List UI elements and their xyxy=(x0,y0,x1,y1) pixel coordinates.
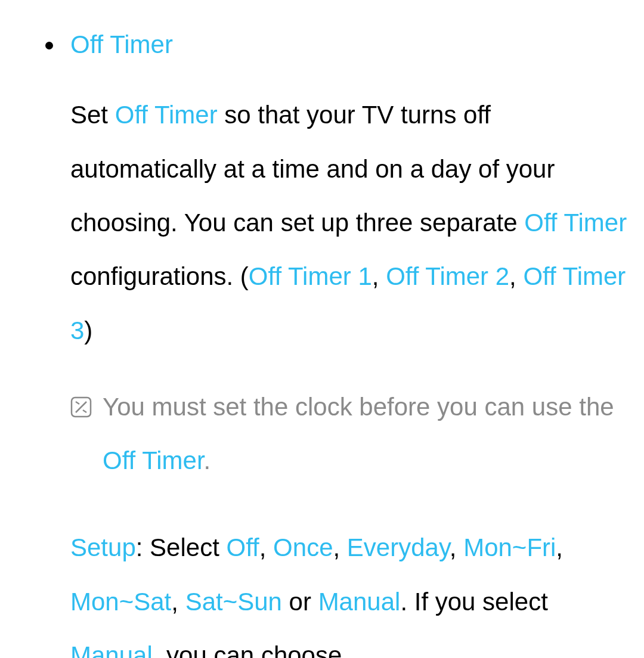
text: , xyxy=(509,262,523,290)
keyword-off-timer-2: Off Timer 2 xyxy=(386,262,509,290)
keyword-off-timer: Off Timer xyxy=(524,209,627,237)
keyword-off-timer: Off Timer xyxy=(103,446,204,474)
text: Set xyxy=(70,101,115,129)
svg-line-2 xyxy=(76,402,79,404)
text: , xyxy=(372,262,386,290)
paragraph-2: Setup: Select Off, Once, Everyday, Mon~F… xyxy=(70,521,627,658)
svg-line-3 xyxy=(83,410,86,412)
paragraph-1: Set Off Timer so that your TV turns off … xyxy=(70,88,627,357)
bullet-list: Off Timer Set Off Timer so that your TV … xyxy=(17,18,627,658)
text: , xyxy=(333,533,347,561)
note-icon xyxy=(70,396,92,418)
note: You must set the clock before you can us… xyxy=(70,380,627,488)
keyword-manual: Manual xyxy=(70,641,153,658)
text: : Select xyxy=(136,533,227,561)
text: , you can choose xyxy=(153,641,342,658)
text: You must set the clock before you can us… xyxy=(103,393,614,421)
text: , xyxy=(450,533,463,561)
keyword-mon-fri: Mon~Fri xyxy=(463,533,556,561)
keyword-setup: Setup xyxy=(70,533,136,561)
text: configurations. ( xyxy=(70,262,249,290)
list-item: Off Timer Set Off Timer so that your TV … xyxy=(64,18,627,658)
text: , xyxy=(259,533,273,561)
keyword-mon-sat: Mon~Sat xyxy=(70,588,171,616)
text: or xyxy=(282,588,318,616)
keyword-manual: Manual xyxy=(318,588,401,616)
text: , xyxy=(171,588,185,616)
keyword-off: Off xyxy=(227,533,259,561)
text: , xyxy=(556,533,563,561)
text: . xyxy=(204,446,211,474)
keyword-once: Once xyxy=(273,533,333,561)
keyword-everyday: Everyday xyxy=(347,533,450,561)
section-heading: Off Timer xyxy=(70,30,627,60)
note-body: You must set the clock before you can us… xyxy=(103,380,627,488)
keyword-off-timer: Off Timer xyxy=(115,101,218,129)
heading-text: Off Timer xyxy=(70,30,173,58)
text: ) xyxy=(84,316,92,344)
keyword-sat-sun: Sat~Sun xyxy=(185,588,282,616)
text: . If you select xyxy=(400,588,547,616)
keyword-off-timer-1: Off Timer 1 xyxy=(249,262,372,290)
